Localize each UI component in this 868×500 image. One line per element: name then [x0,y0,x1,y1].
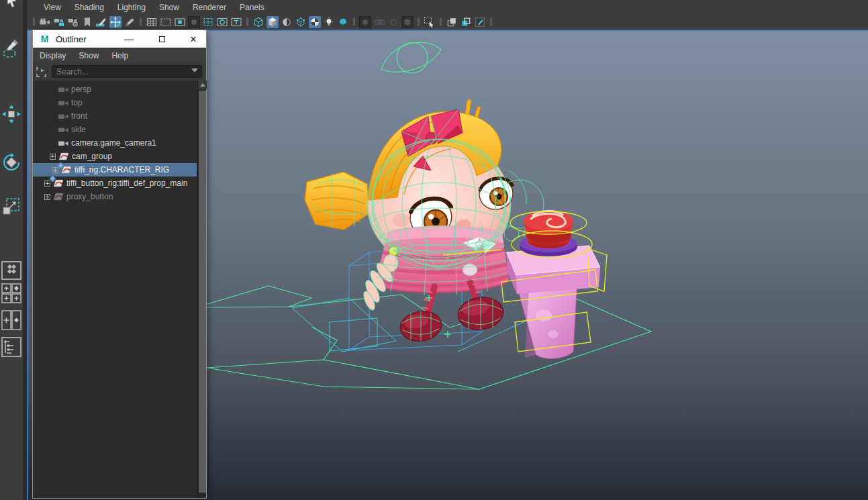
maximize-icon [159,36,165,42]
expand-icon[interactable]: + [44,181,50,187]
toolbar-separator [33,17,35,26]
paint-select-tool[interactable] [1,39,21,59]
node-label: side [71,125,86,134]
pan-zoom-icon[interactable] [109,16,122,28]
menu-help[interactable]: Help [111,51,128,60]
master-control-curve [381,42,441,73]
move-tool[interactable] [1,104,21,124]
camera-icon[interactable] [39,16,51,28]
selection-highlight-icon[interactable] [424,16,436,28]
textured-icon[interactable] [309,16,321,28]
menu-renderer[interactable]: Renderer [186,3,233,12]
toolbar-separator [246,17,248,26]
node-label: front [71,111,87,121]
viewport-toolbar [27,15,868,30]
node-label: tiffi_button_rig:tiffi_def_prop_main [66,179,187,188]
lights-icon[interactable] [323,16,335,28]
select-tool[interactable] [1,0,21,12]
fog-icon[interactable] [359,16,371,28]
tree-row[interactable]: top [33,96,197,109]
depth-of-field-icon[interactable] [387,16,399,28]
shadows-icon[interactable] [337,16,349,28]
rotate-tool[interactable] [1,152,21,172]
smooth-shade-icon[interactable] [267,16,279,28]
node-label: proxy_button [66,192,113,201]
tree-row-selected[interactable]: + tiffi_rig:CHARACTER_RIG [33,163,197,177]
outliner-title: Outliner [56,34,87,44]
toolbar-separator [418,17,420,26]
tree-row[interactable]: front [33,109,197,123]
toolbar-separator [440,17,442,26]
node-label: top [71,98,83,107]
close-button[interactable]: ✕ [186,30,201,48]
outliner-menubar: Display Show Help [33,48,206,63]
node-label: tiffi_rig:CHARACTER_RIG [75,165,169,174]
image-plane-icon[interactable] [95,16,107,28]
node-label: persp [71,85,91,94]
resolution-gate-icon[interactable] [174,16,186,28]
outliner-window: M Outliner — ✕ Display Show Help persp [32,30,207,499]
tree-row[interactable]: persp [33,83,197,96]
safe-title-icon[interactable] [230,16,242,28]
camera-node-icon [58,140,68,146]
menu-panels[interactable]: Panels [233,3,271,12]
tree-row[interactable]: side [33,123,197,136]
outliner-search-row [33,63,206,81]
motion-blur-icon[interactable] [373,16,385,28]
wireframe-icon[interactable] [252,16,264,28]
transform-node-icon [53,193,64,201]
scale-tool[interactable] [1,196,21,216]
transform-node-icon [53,179,64,187]
outliner-tree[interactable]: persp top front side camera:game_camera1 [33,81,206,498]
camera-node-icon [58,87,68,93]
toolbar-separator [353,17,355,26]
expand-icon[interactable]: + [44,194,50,200]
four-pane-layout[interactable] [1,283,21,303]
outliner-persp-layout[interactable] [1,337,21,357]
film-gate-icon[interactable] [160,16,172,28]
minimize-button[interactable]: — [122,30,136,48]
sync-selection-icon[interactable] [36,66,47,78]
menu-display[interactable]: Display [40,51,66,60]
isolate-select-icon[interactable] [474,16,486,28]
xray-active-icon[interactable] [460,16,472,28]
expand-icon[interactable]: + [52,167,58,173]
menu-show[interactable]: Show [152,3,186,12]
tree-row[interactable]: + proxy_button [33,190,197,203]
bookmark-icon[interactable] [81,16,93,28]
flat-shade-icon[interactable] [281,16,293,28]
menu-shading[interactable]: Shading [68,3,111,12]
xray-icon[interactable] [446,16,458,28]
menu-show-outliner[interactable]: Show [79,51,99,60]
measure-icon[interactable] [124,16,136,28]
expand-icon[interactable]: + [50,154,56,160]
outliner-scrollbar[interactable] [197,81,206,498]
shoes [398,295,505,344]
scroll-up-icon[interactable] [198,81,207,89]
transform-node-icon [58,152,69,160]
camera-lock-icon[interactable] [53,16,65,28]
menu-view[interactable]: View [37,3,68,12]
two-pane-layout[interactable] [1,310,21,330]
camera-attributes-icon[interactable] [67,16,79,28]
viewport-menubar: View Shading Lighting Show Renderer Pane… [27,0,868,15]
camera-node-icon [58,100,68,106]
camera-node-icon [58,113,68,119]
safe-action-icon[interactable] [216,16,228,28]
menu-lighting[interactable]: Lighting [111,3,152,12]
tree-row[interactable]: + cam_group [33,150,197,163]
scrollbar-thumb[interactable] [199,91,206,493]
tree-row[interactable]: camera:game_camera1 [33,136,197,150]
grid-icon[interactable] [146,16,158,28]
outliner-titlebar[interactable]: M Outliner — ✕ [33,30,206,48]
anti-alias-icon[interactable] [401,16,414,28]
single-pane-layout[interactable] [1,260,21,281]
field-chart-icon[interactable] [202,16,214,28]
gate-mask-icon[interactable] [188,16,200,28]
maximize-button[interactable] [154,30,169,48]
tree-row[interactable]: + tiffi_button_rig:tiffi_def_prop_main [33,177,197,190]
bounding-box-icon[interactable] [295,16,307,28]
maya-window: View Shading Lighting Show Renderer Pane… [0,0,868,500]
search-input[interactable] [52,65,202,78]
toolbar-separator [140,17,142,26]
